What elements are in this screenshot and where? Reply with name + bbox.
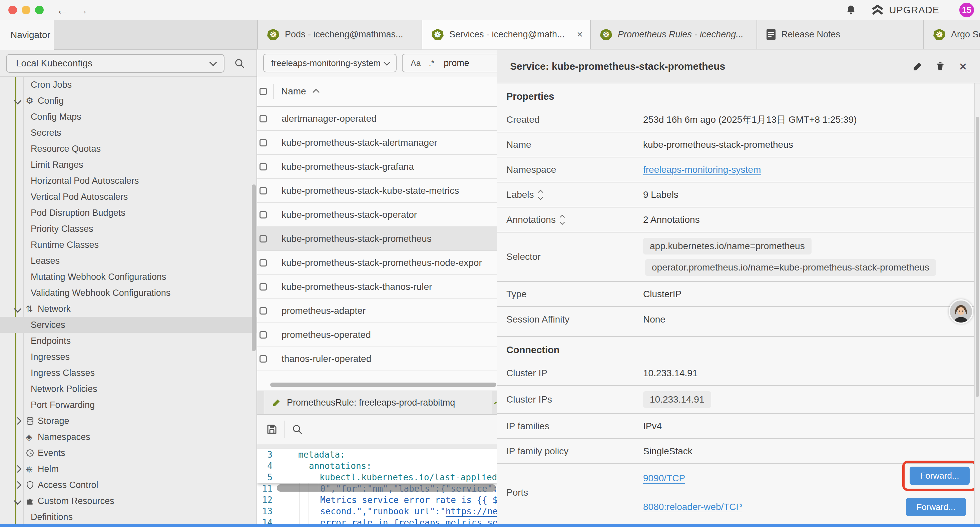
sidebar-item-network[interactable]: ⇅Network [0, 301, 256, 317]
tab-argo[interactable]: ☸Argo Se [924, 20, 980, 49]
sidebar-item-config-maps[interactable]: Config Maps [0, 109, 256, 125]
row-checkbox[interactable] [259, 211, 267, 218]
close-window-button[interactable] [8, 6, 17, 14]
row-checkbox[interactable] [259, 115, 267, 123]
kubeconfig-select[interactable]: Local Kubeconfigs [6, 54, 224, 73]
sidebar-item-runtime-classes[interactable]: Runtime Classes [0, 237, 256, 253]
sidebar-item-access-control[interactable]: Access Control [0, 477, 256, 493]
avatar[interactable] [949, 299, 973, 324]
chevron-right-icon[interactable] [14, 465, 22, 473]
sidebar-item-horizontal-pod-autoscalers[interactable]: Horizontal Pod Autoscalers [0, 173, 256, 189]
bell-icon[interactable] [845, 4, 857, 16]
sidebar-item-config[interactable]: ⚙Config [0, 93, 256, 109]
detail-scrollbar-thumb[interactable] [976, 117, 979, 397]
sidebar-item-cron-jobs[interactable]: Cron Jobs [0, 77, 256, 93]
notification-badge[interactable]: 15 [959, 3, 974, 18]
detail-scrollbar-track[interactable] [974, 83, 980, 527]
sort-ascending-icon[interactable] [313, 89, 320, 96]
row-checkbox[interactable] [259, 259, 267, 266]
name-column-header[interactable]: Name [281, 86, 306, 97]
code-editor[interactable]: 3metadata:4annotations:5kubectl.kubernet… [257, 449, 497, 527]
table-row[interactable]: kube-prometheus-stack-prometheus-node-ex… [257, 251, 497, 275]
table-row[interactable]: kube-prometheus-stack-alertmanager [257, 131, 497, 155]
regex-toggle[interactable]: .* [429, 58, 434, 68]
sidebar-item-custom-resources[interactable]: Custom Resources [0, 493, 256, 509]
sidebar-item-storage[interactable]: Storage [0, 413, 256, 429]
table-row[interactable]: alertmanager-operated [257, 107, 497, 131]
editor-horizontal-scrollbar[interactable] [277, 484, 496, 492]
forward-button[interactable]: Forward... [906, 498, 966, 516]
tab-close-icon[interactable]: × [577, 29, 583, 40]
port-link[interactable]: 8080:reloader-web/TCP [643, 502, 742, 512]
navigator-panel-tab[interactable]: Navigator [0, 20, 54, 50]
sidebar-item-namespaces[interactable]: ◈Namespaces [0, 429, 256, 445]
table-row[interactable]: kube-prometheus-stack-thanos-ruler [257, 275, 497, 299]
namespace-select[interactable]: freeleaps-monitoring-system [263, 54, 396, 72]
row-checkbox[interactable] [259, 163, 267, 170]
forward-arrow-icon[interactable]: → [76, 0, 88, 20]
chevron-down-icon[interactable] [14, 97, 22, 105]
row-checkbox[interactable] [259, 307, 267, 315]
save-icon[interactable] [266, 423, 278, 435]
row-checkbox[interactable] [259, 187, 267, 194]
sidebar-item-ingresses[interactable]: Ingresses [0, 349, 256, 365]
chevron-right-icon[interactable] [14, 481, 22, 489]
minimize-window-button[interactable] [22, 6, 30, 14]
sidebar-item-limit-ranges[interactable]: Limit Ranges [0, 157, 256, 173]
table-row[interactable]: prometheus-operated [257, 323, 497, 347]
table-horizontal-scrollbar[interactable] [270, 382, 496, 387]
sidebar-item-priority-classes[interactable]: Priority Classes [0, 221, 256, 237]
sidebar-item-secrets[interactable]: Secrets [0, 125, 256, 141]
select-all-checkbox[interactable] [259, 88, 267, 95]
sidebar-item-resource-quotas[interactable]: Resource Quotas [0, 141, 256, 157]
sidebar-item-definitions[interactable]: Definitions [0, 509, 256, 525]
edit-button[interactable] [912, 61, 923, 72]
tab-pods[interactable]: ☸Pods - icecheng@mathmas... [257, 20, 422, 49]
tab-prometheus[interactable]: ☸Prometheus Rules - icecheng... [591, 20, 757, 49]
upgrade-button[interactable]: UPGRADE [871, 5, 939, 16]
editor-tab-partial[interactable] [492, 391, 497, 414]
match-case-toggle[interactable]: Aa [410, 58, 421, 68]
sidebar-item-validating-webhook-configurations[interactable]: Validating Webhook Configurations [0, 285, 256, 301]
table-row[interactable]: thanos-ruler-operated [257, 347, 497, 371]
chevron-down-icon[interactable] [14, 497, 22, 505]
filter-search-input[interactable]: Aa .* prome [402, 54, 497, 72]
editor-tab-prometheusrule[interactable]: PrometheusRule: freeleaps-prod-rabbitmq [264, 391, 492, 414]
row-checkbox[interactable] [259, 283, 267, 291]
sidebar-item-network-policies[interactable]: Network Policies [0, 381, 256, 397]
row-checkbox[interactable] [259, 331, 267, 339]
table-row[interactable]: kube-prometheus-stack-grafana [257, 155, 497, 179]
search-icon[interactable] [234, 58, 245, 69]
table-row[interactable]: kube-prometheus-stack-prometheus [257, 227, 497, 251]
sidebar-item-events[interactable]: Events [0, 445, 256, 461]
forward-button[interactable]: Forward... [910, 466, 970, 485]
delete-button[interactable] [935, 61, 946, 72]
table-row[interactable]: kube-prometheus-stack-kube-state-metrics [257, 179, 497, 203]
sidebar-item-leases[interactable]: Leases [0, 253, 256, 269]
row-checkbox[interactable] [259, 139, 267, 146]
sidebar-item-vertical-pod-autoscalers[interactable]: Vertical Pod Autoscalers [0, 189, 256, 205]
sidebar-item-ingress-classes[interactable]: Ingress Classes [0, 365, 256, 381]
chevron-right-icon[interactable] [14, 417, 22, 425]
close-icon[interactable]: × [957, 61, 969, 72]
table-row[interactable]: kube-prometheus-stack-operator [257, 203, 497, 227]
chevron-down-icon[interactable] [14, 305, 22, 313]
row-checkbox[interactable] [259, 355, 267, 363]
maximize-window-button[interactable] [35, 6, 44, 14]
tab-release[interactable]: Release Notes [757, 20, 924, 49]
property-value-link[interactable]: freeleaps-monitoring-system [643, 164, 761, 175]
row-checkbox[interactable] [259, 235, 267, 242]
sidebar-item-services[interactable]: Services [0, 317, 256, 333]
port-link[interactable]: 9090/TCP [643, 473, 685, 484]
sidebar-item-pod-disruption-budgets[interactable]: Pod Disruption Budgets [0, 205, 256, 221]
table-row[interactable]: prometheus-adapter [257, 299, 497, 323]
sidebar-item-port-forwarding[interactable]: Port Forwarding [0, 397, 256, 413]
sort-toggle-icon[interactable] [539, 191, 542, 199]
editor-search-icon[interactable] [291, 424, 303, 435]
sidebar-item-mutating-webhook-configurations[interactable]: Mutating Webhook Configurations [0, 269, 256, 285]
sidebar-scrollbar[interactable] [252, 185, 256, 351]
sidebar-item-endpoints[interactable]: Endpoints [0, 333, 256, 349]
sort-toggle-icon[interactable] [560, 215, 564, 224]
tab-services[interactable]: ☸Services - icecheng@math...× [422, 20, 591, 49]
back-arrow-icon[interactable]: ← [56, 0, 68, 20]
